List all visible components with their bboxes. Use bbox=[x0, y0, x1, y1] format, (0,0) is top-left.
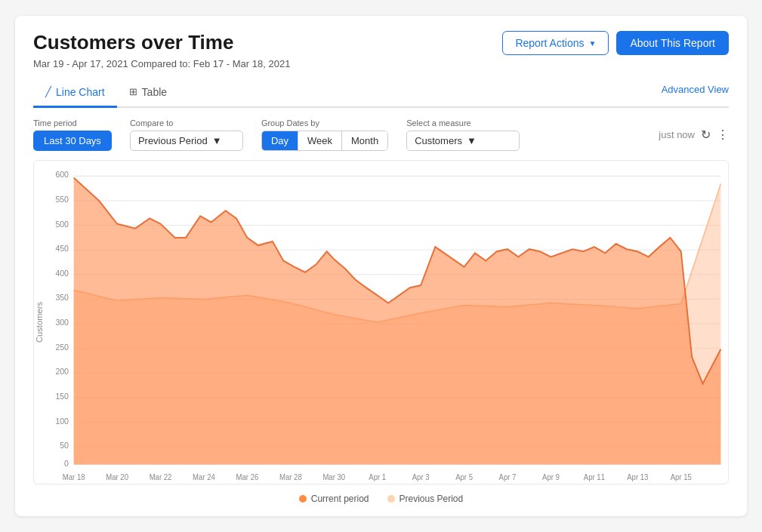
report-card: Customers over Time Mar 19 - Apr 17, 202… bbox=[15, 16, 747, 515]
time-period-group: Time period Last 30 Days bbox=[33, 118, 112, 151]
measure-group: Select a measure Customers ▼ bbox=[406, 118, 520, 151]
chart-svg: 0 50 100 150 200 250 300 350 400 450 500… bbox=[34, 161, 728, 484]
svg-text:Apr 9: Apr 9 bbox=[542, 472, 560, 481]
tabs: ╱ Line Chart ⊞ Table bbox=[33, 80, 179, 106]
tab-line-chart[interactable]: ╱ Line Chart bbox=[33, 80, 117, 108]
svg-text:150: 150 bbox=[55, 391, 69, 400]
report-actions-button[interactable]: Report Actions ▼ bbox=[502, 31, 609, 55]
svg-text:Customers: Customers bbox=[35, 301, 45, 343]
svg-text:0: 0 bbox=[64, 458, 69, 467]
refresh-icon[interactable]: ↻ bbox=[701, 128, 711, 142]
svg-text:100: 100 bbox=[55, 416, 69, 425]
page-title: Customers over Time bbox=[33, 31, 290, 54]
svg-text:Mar 18: Mar 18 bbox=[63, 472, 85, 481]
group-btn-week[interactable]: Week bbox=[298, 131, 342, 150]
svg-text:Apr 7: Apr 7 bbox=[499, 472, 517, 481]
chart-legend: Current period Previous Period bbox=[33, 494, 729, 504]
svg-text:250: 250 bbox=[55, 342, 69, 351]
tab-table[interactable]: ⊞ Table bbox=[117, 80, 179, 108]
more-options-icon[interactable]: ⋮ bbox=[717, 128, 729, 142]
current-period-dot bbox=[299, 495, 307, 503]
title-section: Customers over Time Mar 19 - Apr 17, 202… bbox=[33, 31, 290, 69]
measure-select[interactable]: Customers ▼ bbox=[406, 131, 520, 151]
previous-period-dot bbox=[387, 495, 395, 503]
subtitle: Mar 19 - Apr 17, 2021 Compared to: Feb 1… bbox=[33, 58, 290, 69]
svg-text:Apr 11: Apr 11 bbox=[584, 472, 606, 481]
group-btn-month[interactable]: Month bbox=[342, 131, 387, 150]
svg-text:Apr 3: Apr 3 bbox=[412, 472, 430, 481]
svg-text:200: 200 bbox=[55, 367, 69, 376]
svg-text:Apr 5: Apr 5 bbox=[455, 472, 473, 481]
table-icon: ⊞ bbox=[129, 86, 137, 97]
compare-to-group: Compare to Previous Period ▼ bbox=[130, 118, 243, 151]
svg-text:350: 350 bbox=[55, 293, 69, 302]
controls-row: Time period Last 30 Days Compare to Prev… bbox=[33, 118, 729, 151]
header: Customers over Time Mar 19 - Apr 17, 202… bbox=[33, 31, 729, 69]
legend-current: Current period bbox=[299, 494, 369, 504]
group-btn-day[interactable]: Day bbox=[262, 131, 298, 150]
svg-text:600: 600 bbox=[55, 170, 69, 179]
svg-text:400: 400 bbox=[55, 268, 69, 277]
svg-text:Mar 24: Mar 24 bbox=[193, 472, 215, 481]
svg-text:Apr 1: Apr 1 bbox=[369, 472, 386, 481]
svg-text:500: 500 bbox=[55, 219, 69, 228]
group-dates-buttons: Day Week Month bbox=[261, 131, 388, 151]
line-chart-icon: ╱ bbox=[45, 86, 51, 97]
refresh-area: just now ↻ ⋮ bbox=[659, 128, 729, 142]
svg-text:Mar 26: Mar 26 bbox=[236, 472, 259, 481]
svg-text:Apr 13: Apr 13 bbox=[627, 472, 649, 481]
svg-text:550: 550 bbox=[55, 194, 69, 203]
svg-text:Mar 22: Mar 22 bbox=[150, 472, 172, 481]
svg-text:Mar 28: Mar 28 bbox=[279, 472, 302, 481]
legend-previous: Previous Period bbox=[387, 494, 464, 504]
svg-text:Mar 30: Mar 30 bbox=[322, 472, 345, 481]
header-actions: Report Actions ▼ About This Report bbox=[502, 31, 729, 55]
time-period-button[interactable]: Last 30 Days bbox=[33, 131, 112, 151]
compare-to-select[interactable]: Previous Period ▼ bbox=[130, 131, 243, 151]
svg-text:300: 300 bbox=[55, 317, 69, 326]
svg-text:50: 50 bbox=[60, 440, 69, 449]
svg-text:450: 450 bbox=[55, 244, 69, 253]
svg-text:Apr 15: Apr 15 bbox=[671, 472, 693, 481]
chevron-down-icon: ▼ bbox=[467, 135, 477, 146]
chevron-down-icon: ▼ bbox=[212, 135, 222, 146]
about-report-button[interactable]: About This Report bbox=[616, 31, 729, 55]
chart-container: 0 50 100 150 200 250 300 350 400 450 500… bbox=[33, 160, 729, 484]
advanced-view-link[interactable]: Advanced View bbox=[662, 84, 729, 103]
svg-text:Mar 20: Mar 20 bbox=[106, 472, 128, 481]
tabs-row: ╱ Line Chart ⊞ Table Advanced View bbox=[33, 80, 729, 108]
group-dates-group: Group Dates by Day Week Month bbox=[261, 118, 388, 151]
chevron-down-icon: ▼ bbox=[589, 39, 597, 48]
